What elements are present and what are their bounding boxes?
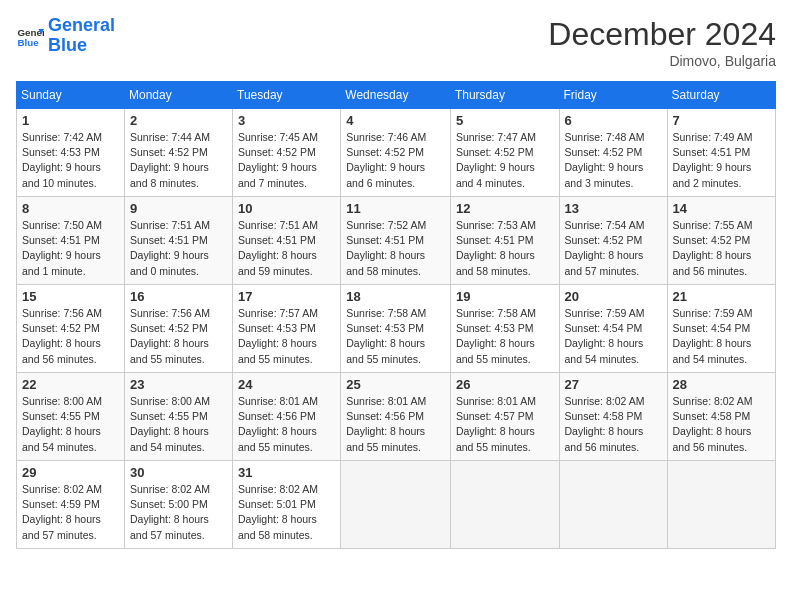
weekday-header-sunday: Sunday — [17, 82, 125, 109]
day-number: 15 — [22, 289, 119, 304]
calendar-week-row: 8Sunrise: 7:50 AM Sunset: 4:51 PM Daylig… — [17, 197, 776, 285]
day-number: 12 — [456, 201, 554, 216]
calendar-cell — [341, 461, 451, 549]
day-detail: Sunrise: 7:54 AM Sunset: 4:52 PM Dayligh… — [565, 218, 662, 279]
calendar-cell: 13Sunrise: 7:54 AM Sunset: 4:52 PM Dayli… — [559, 197, 667, 285]
day-number: 27 — [565, 377, 662, 392]
day-number: 20 — [565, 289, 662, 304]
weekday-header-wednesday: Wednesday — [341, 82, 451, 109]
day-detail: Sunrise: 7:58 AM Sunset: 4:53 PM Dayligh… — [346, 306, 445, 367]
day-detail: Sunrise: 8:02 AM Sunset: 5:01 PM Dayligh… — [238, 482, 335, 543]
calendar-cell — [667, 461, 775, 549]
calendar-cell: 3Sunrise: 7:45 AM Sunset: 4:52 PM Daylig… — [233, 109, 341, 197]
day-detail: Sunrise: 8:01 AM Sunset: 4:56 PM Dayligh… — [238, 394, 335, 455]
day-detail: Sunrise: 7:48 AM Sunset: 4:52 PM Dayligh… — [565, 130, 662, 191]
day-number: 3 — [238, 113, 335, 128]
logo-icon: General Blue — [16, 22, 44, 50]
calendar-cell: 18Sunrise: 7:58 AM Sunset: 4:53 PM Dayli… — [341, 285, 451, 373]
day-detail: Sunrise: 7:51 AM Sunset: 4:51 PM Dayligh… — [130, 218, 227, 279]
weekday-header-tuesday: Tuesday — [233, 82, 341, 109]
calendar-cell: 15Sunrise: 7:56 AM Sunset: 4:52 PM Dayli… — [17, 285, 125, 373]
calendar-cell — [450, 461, 559, 549]
day-number: 7 — [673, 113, 770, 128]
day-detail: Sunrise: 7:52 AM Sunset: 4:51 PM Dayligh… — [346, 218, 445, 279]
calendar-cell: 25Sunrise: 8:01 AM Sunset: 4:56 PM Dayli… — [341, 373, 451, 461]
weekday-header-monday: Monday — [125, 82, 233, 109]
calendar-cell: 1Sunrise: 7:42 AM Sunset: 4:53 PM Daylig… — [17, 109, 125, 197]
day-detail: Sunrise: 7:42 AM Sunset: 4:53 PM Dayligh… — [22, 130, 119, 191]
calendar-cell: 11Sunrise: 7:52 AM Sunset: 4:51 PM Dayli… — [341, 197, 451, 285]
day-number: 17 — [238, 289, 335, 304]
calendar-week-row: 1Sunrise: 7:42 AM Sunset: 4:53 PM Daylig… — [17, 109, 776, 197]
calendar-cell: 17Sunrise: 7:57 AM Sunset: 4:53 PM Dayli… — [233, 285, 341, 373]
day-number: 9 — [130, 201, 227, 216]
day-detail: Sunrise: 8:02 AM Sunset: 5:00 PM Dayligh… — [130, 482, 227, 543]
day-number: 21 — [673, 289, 770, 304]
calendar-cell: 12Sunrise: 7:53 AM Sunset: 4:51 PM Dayli… — [450, 197, 559, 285]
calendar-cell: 31Sunrise: 8:02 AM Sunset: 5:01 PM Dayli… — [233, 461, 341, 549]
logo-text: GeneralBlue — [48, 16, 115, 56]
day-detail: Sunrise: 7:47 AM Sunset: 4:52 PM Dayligh… — [456, 130, 554, 191]
day-number: 6 — [565, 113, 662, 128]
calendar-week-row: 15Sunrise: 7:56 AM Sunset: 4:52 PM Dayli… — [17, 285, 776, 373]
header: General Blue GeneralBlue December 2024 D… — [16, 16, 776, 69]
day-number: 14 — [673, 201, 770, 216]
calendar-cell: 23Sunrise: 8:00 AM Sunset: 4:55 PM Dayli… — [125, 373, 233, 461]
day-detail: Sunrise: 7:53 AM Sunset: 4:51 PM Dayligh… — [456, 218, 554, 279]
calendar-week-row: 22Sunrise: 8:00 AM Sunset: 4:55 PM Dayli… — [17, 373, 776, 461]
calendar-cell: 10Sunrise: 7:51 AM Sunset: 4:51 PM Dayli… — [233, 197, 341, 285]
day-number: 22 — [22, 377, 119, 392]
day-detail: Sunrise: 7:49 AM Sunset: 4:51 PM Dayligh… — [673, 130, 770, 191]
calendar-cell: 7Sunrise: 7:49 AM Sunset: 4:51 PM Daylig… — [667, 109, 775, 197]
day-detail: Sunrise: 7:50 AM Sunset: 4:51 PM Dayligh… — [22, 218, 119, 279]
day-detail: Sunrise: 7:59 AM Sunset: 4:54 PM Dayligh… — [673, 306, 770, 367]
calendar-cell: 19Sunrise: 7:58 AM Sunset: 4:53 PM Dayli… — [450, 285, 559, 373]
day-number: 13 — [565, 201, 662, 216]
day-detail: Sunrise: 7:45 AM Sunset: 4:52 PM Dayligh… — [238, 130, 335, 191]
calendar-cell: 4Sunrise: 7:46 AM Sunset: 4:52 PM Daylig… — [341, 109, 451, 197]
calendar-cell: 9Sunrise: 7:51 AM Sunset: 4:51 PM Daylig… — [125, 197, 233, 285]
day-number: 26 — [456, 377, 554, 392]
calendar-week-row: 29Sunrise: 8:02 AM Sunset: 4:59 PM Dayli… — [17, 461, 776, 549]
calendar-cell — [559, 461, 667, 549]
day-detail: Sunrise: 8:01 AM Sunset: 4:57 PM Dayligh… — [456, 394, 554, 455]
day-number: 5 — [456, 113, 554, 128]
day-number: 8 — [22, 201, 119, 216]
day-detail: Sunrise: 7:44 AM Sunset: 4:52 PM Dayligh… — [130, 130, 227, 191]
day-detail: Sunrise: 7:58 AM Sunset: 4:53 PM Dayligh… — [456, 306, 554, 367]
location: Dimovo, Bulgaria — [548, 53, 776, 69]
day-detail: Sunrise: 8:00 AM Sunset: 4:55 PM Dayligh… — [130, 394, 227, 455]
day-detail: Sunrise: 7:56 AM Sunset: 4:52 PM Dayligh… — [22, 306, 119, 367]
weekday-header-row: SundayMondayTuesdayWednesdayThursdayFrid… — [17, 82, 776, 109]
weekday-header-thursday: Thursday — [450, 82, 559, 109]
calendar-cell: 22Sunrise: 8:00 AM Sunset: 4:55 PM Dayli… — [17, 373, 125, 461]
day-number: 24 — [238, 377, 335, 392]
day-detail: Sunrise: 7:51 AM Sunset: 4:51 PM Dayligh… — [238, 218, 335, 279]
calendar-cell: 20Sunrise: 7:59 AM Sunset: 4:54 PM Dayli… — [559, 285, 667, 373]
logo: General Blue GeneralBlue — [16, 16, 115, 56]
calendar-cell: 6Sunrise: 7:48 AM Sunset: 4:52 PM Daylig… — [559, 109, 667, 197]
calendar-cell: 14Sunrise: 7:55 AM Sunset: 4:52 PM Dayli… — [667, 197, 775, 285]
day-detail: Sunrise: 8:02 AM Sunset: 4:59 PM Dayligh… — [22, 482, 119, 543]
calendar-body: 1Sunrise: 7:42 AM Sunset: 4:53 PM Daylig… — [17, 109, 776, 549]
day-detail: Sunrise: 8:02 AM Sunset: 4:58 PM Dayligh… — [565, 394, 662, 455]
calendar-cell: 24Sunrise: 8:01 AM Sunset: 4:56 PM Dayli… — [233, 373, 341, 461]
title-area: December 2024 Dimovo, Bulgaria — [548, 16, 776, 69]
day-number: 16 — [130, 289, 227, 304]
day-detail: Sunrise: 7:46 AM Sunset: 4:52 PM Dayligh… — [346, 130, 445, 191]
day-number: 30 — [130, 465, 227, 480]
day-number: 23 — [130, 377, 227, 392]
calendar-cell: 29Sunrise: 8:02 AM Sunset: 4:59 PM Dayli… — [17, 461, 125, 549]
calendar-cell: 16Sunrise: 7:56 AM Sunset: 4:52 PM Dayli… — [125, 285, 233, 373]
calendar-cell: 27Sunrise: 8:02 AM Sunset: 4:58 PM Dayli… — [559, 373, 667, 461]
calendar-cell: 21Sunrise: 7:59 AM Sunset: 4:54 PM Dayli… — [667, 285, 775, 373]
day-detail: Sunrise: 8:02 AM Sunset: 4:58 PM Dayligh… — [673, 394, 770, 455]
day-detail: Sunrise: 7:59 AM Sunset: 4:54 PM Dayligh… — [565, 306, 662, 367]
day-detail: Sunrise: 7:56 AM Sunset: 4:52 PM Dayligh… — [130, 306, 227, 367]
day-number: 2 — [130, 113, 227, 128]
weekday-header-friday: Friday — [559, 82, 667, 109]
month-title: December 2024 — [548, 16, 776, 53]
calendar-cell: 28Sunrise: 8:02 AM Sunset: 4:58 PM Dayli… — [667, 373, 775, 461]
day-number: 10 — [238, 201, 335, 216]
day-number: 11 — [346, 201, 445, 216]
